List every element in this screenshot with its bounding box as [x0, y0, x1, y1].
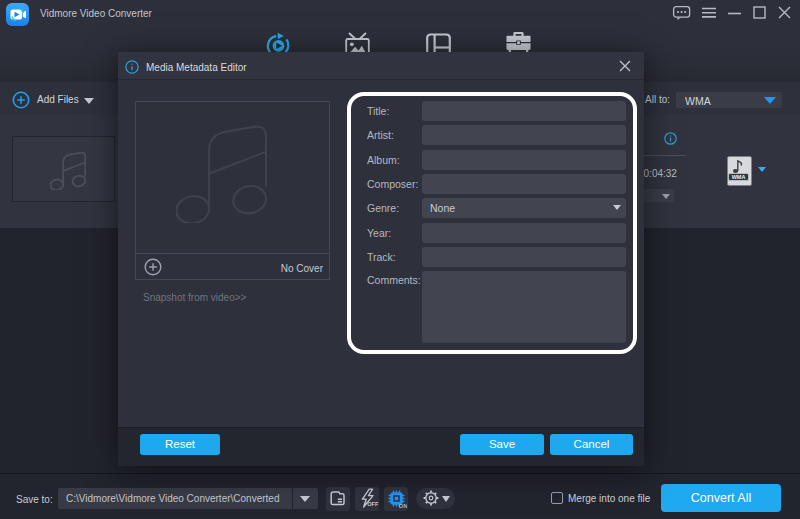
svg-text:OFF: OFF	[367, 501, 379, 507]
svg-text:ON: ON	[399, 503, 408, 509]
